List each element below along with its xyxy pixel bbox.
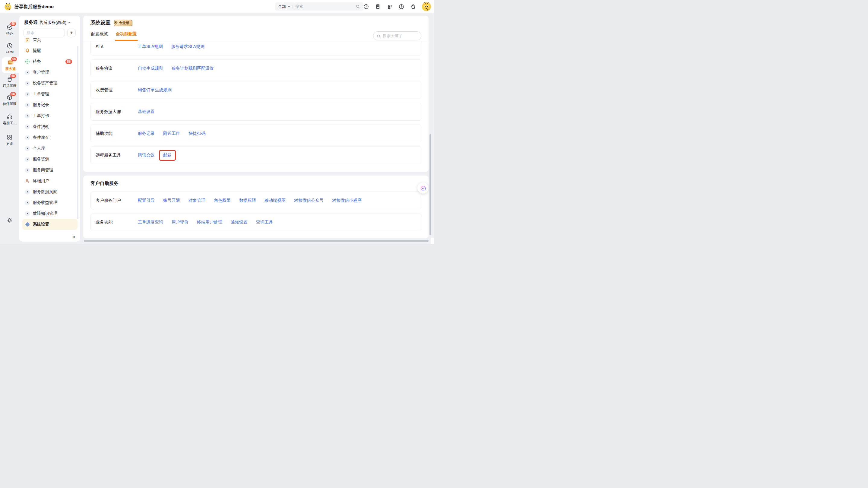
- sidebar-item-6[interactable]: 服务记录: [22, 99, 78, 111]
- config-link[interactable]: 服务计划规则匹配设置: [172, 66, 214, 71]
- config-link[interactable]: 服务记录: [138, 131, 155, 136]
- config-link[interactable]: 角色权限: [214, 198, 231, 203]
- global-search-input[interactable]: 全部 搜索: [275, 2, 364, 10]
- home-orange-icon: [25, 38, 30, 42]
- config-row: 服务协议自动生成规则服务计划规则匹配设置: [91, 59, 421, 77]
- clock-icon[interactable]: [363, 4, 369, 10]
- config-row: 业务功能工单进度查询用户评价终端用户处理通知设置查询工具: [91, 213, 421, 231]
- rail-item-1[interactable]: CRM: [0, 42, 19, 54]
- sidebar-item-12[interactable]: 服务商管理: [22, 165, 78, 176]
- sidebar-item-7[interactable]: 工单打卡: [22, 111, 78, 121]
- sidebar-item-11[interactable]: 服务资源: [22, 154, 78, 165]
- sidebar-item-14[interactable]: 服务数据洞察: [22, 186, 78, 197]
- sidebar-scrollbar[interactable]: [77, 46, 79, 219]
- bee-logo-icon[interactable]: [4, 3, 12, 10]
- sidebar-item-label: 备件库存: [33, 135, 49, 140]
- keyword-search-input[interactable]: 搜索关键字: [373, 31, 421, 40]
- expand-arrow-icon[interactable]: [25, 102, 30, 108]
- rail-item-3[interactable]: 58 订货管理: [0, 76, 19, 88]
- config-link[interactable]: 对象管理: [188, 198, 206, 203]
- config-link[interactable]: 数据权限: [239, 198, 256, 203]
- tab-config-overview[interactable]: 配置概览: [91, 31, 108, 41]
- config-link[interactable]: 销售订单生成规则: [138, 88, 172, 93]
- rail-item-label: 伙伴管理: [3, 102, 17, 106]
- config-link[interactable]: 配置引导: [138, 198, 155, 203]
- config-link[interactable]: 账号开通: [163, 198, 180, 203]
- sidebar-item-2[interactable]: 待办58: [22, 56, 78, 67]
- config-link[interactable]: 工单进度查询: [138, 220, 163, 225]
- search-scope-selector[interactable]: 全部: [278, 4, 286, 9]
- config-link[interactable]: 附近工作: [163, 131, 180, 136]
- sidebar-item-15[interactable]: 服务收益管理: [22, 197, 78, 208]
- config-row-label: 客户服务门户: [96, 198, 138, 203]
- expand-arrow-icon[interactable]: [25, 200, 30, 205]
- rail-item-0[interactable]: 58 待办: [0, 24, 19, 36]
- settings-gear-icon[interactable]: [7, 217, 13, 223]
- app-rail: 58 待办 CRM 58 服务通 58 订货管理 58 伙伴管理 客服工... …: [0, 13, 19, 244]
- sidebar-item-label: 首页: [33, 38, 41, 42]
- vertical-scrollbar-thumb[interactable]: [430, 134, 431, 235]
- collapse-sidebar-button[interactable]: «: [72, 234, 75, 240]
- config-link[interactable]: 通知设置: [231, 220, 248, 225]
- sidebar-item-8[interactable]: 备件消耗: [22, 121, 78, 132]
- sidebar-item-16[interactable]: 故障知识管理: [22, 208, 78, 219]
- config-rows: SLA工单SLA规则服务请求SLA规则服务协议自动生成规则服务计划规则匹配设置收…: [91, 41, 421, 172]
- sidebar-header[interactable]: 服务通 售后服务(勿动): [24, 20, 70, 25]
- expand-arrow-icon[interactable]: [25, 135, 30, 140]
- config-link[interactable]: 服务请求SLA规则: [171, 44, 204, 50]
- horizontal-scrollbar-thumb[interactable]: [84, 240, 429, 242]
- sidebar-item-3[interactable]: 客户管理: [22, 67, 78, 78]
- expand-arrow-icon[interactable]: [25, 70, 30, 75]
- sidebar-item-13[interactable]: 终端用户: [22, 176, 78, 186]
- config-link[interactable]: 终端用户处理: [197, 220, 222, 225]
- contacts-icon[interactable]: [386, 4, 393, 10]
- assistant-robot-button[interactable]: [417, 182, 429, 194]
- config-link[interactable]: 工单SLA规则: [138, 44, 162, 50]
- config-link[interactable]: 腾讯会议: [138, 153, 155, 158]
- expand-arrow-icon[interactable]: [25, 113, 30, 119]
- sidebar-item-9[interactable]: 备件库存: [22, 132, 78, 143]
- expand-arrow-icon[interactable]: [25, 124, 30, 129]
- config-link[interactable]: 快捷扫码: [188, 131, 206, 136]
- approval-icon[interactable]: [375, 4, 381, 10]
- config-link[interactable]: 移动端视图: [265, 198, 286, 203]
- config-link[interactable]: 自动生成规则: [138, 66, 163, 71]
- sidebar-search-input[interactable]: 搜索: [24, 29, 65, 37]
- sidebar-item-4[interactable]: 设备资产管理: [22, 78, 78, 89]
- rail-item-2[interactable]: 58 服务通: [2, 57, 19, 73]
- expand-arrow-icon[interactable]: [25, 92, 30, 97]
- sidebar-item-17[interactable]: 系统设置: [22, 219, 78, 230]
- rail-item-4[interactable]: 58 伙伴管理: [0, 94, 19, 106]
- sidebar-item-label: 提醒: [33, 48, 41, 53]
- user-avatar[interactable]: [422, 2, 431, 11]
- app-window: 纷享售后服务demo 全部 搜索 58 待办 CRM 58 服务通 58 订货管…: [0, 0, 434, 244]
- config-row-label: 远程服务工具: [96, 153, 138, 158]
- search-icon[interactable]: [355, 4, 361, 9]
- rail-item-5[interactable]: 客服工...: [0, 113, 19, 125]
- expand-arrow-icon[interactable]: [25, 211, 30, 216]
- config-row: 服务数据大屏基础设置: [91, 103, 421, 121]
- sidebar-item-0[interactable]: 首页: [22, 38, 78, 45]
- add-button[interactable]: +: [67, 29, 76, 37]
- sidebar-item-10[interactable]: 个人库: [22, 143, 78, 154]
- config-link[interactable]: 对接微信小程序: [332, 198, 362, 203]
- sidebar-item-1[interactable]: 提醒: [22, 45, 78, 56]
- config-link[interactable]: 查询工具: [256, 220, 273, 225]
- rail-item-6[interactable]: 更多: [0, 134, 19, 146]
- shop-bag-icon[interactable]: [410, 4, 416, 10]
- expand-arrow-icon[interactable]: [25, 168, 30, 173]
- config-link[interactable]: 基础设置: [138, 109, 155, 115]
- clock-icon: [6, 42, 13, 49]
- tab-full-config[interactable]: 全功能配置: [116, 31, 137, 41]
- config-link-highlighted[interactable]: 邮箱: [159, 150, 176, 161]
- config-link[interactable]: 用户评价: [172, 220, 188, 225]
- expand-arrow-icon[interactable]: [25, 189, 30, 194]
- expand-arrow-icon[interactable]: [25, 157, 30, 162]
- config-link[interactable]: 对接微信公众号: [294, 198, 323, 203]
- expand-arrow-icon[interactable]: [25, 81, 30, 86]
- chevron-down-icon[interactable]: [68, 22, 70, 23]
- rail-item-label: 订货管理: [3, 84, 17, 88]
- help-icon[interactable]: [398, 4, 404, 10]
- sidebar-item-5[interactable]: 工单管理: [22, 89, 78, 99]
- expand-arrow-icon[interactable]: [25, 146, 30, 151]
